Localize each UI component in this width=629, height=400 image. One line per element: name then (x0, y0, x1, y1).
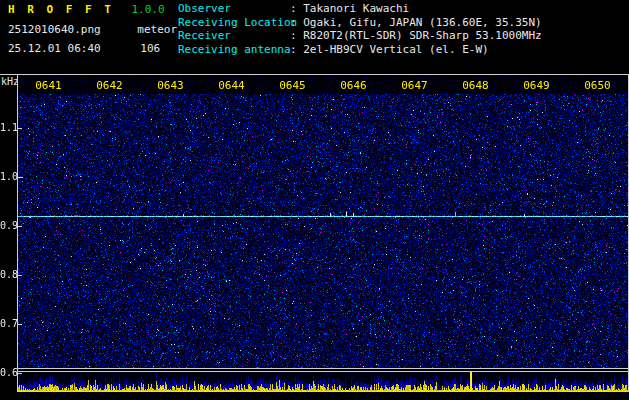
info-row-3: Receiving antenna: 2el-HB9CV Vertical (e… (178, 43, 542, 57)
info-row-1: Receiving Location: Ogaki, Gifu, JAPAN (… (178, 16, 542, 30)
freq-label-0.6: 0.6 (0, 367, 16, 378)
info-colon: : (290, 29, 303, 42)
info-colon: : (290, 16, 303, 29)
freq-label-1.1: 1.1 (0, 122, 16, 133)
freq-tick (18, 128, 22, 129)
info-value: R820T2(RTL-SDR) SDR-Sharp 53.1000MHz (303, 29, 541, 42)
echo-count: 106 (140, 42, 160, 55)
info-row-0: Observer: Takanori Kawachi (178, 2, 542, 16)
output-filename: 2512010640.png (8, 23, 101, 36)
mode-label: meteor (137, 23, 177, 36)
time-label-0649: 0649 (523, 79, 550, 92)
time-label-0646: 0646 (340, 79, 367, 92)
freq-tick (18, 226, 22, 227)
freq-label-0.8: 0.8 (0, 269, 16, 280)
freq-label-1.0: 1.0 (0, 171, 16, 182)
time-label-0645: 0645 (279, 79, 306, 92)
observation-datetime: 25.12.01 06:40 (8, 42, 101, 55)
time-label-0650: 0650 (584, 79, 611, 92)
info-value: 2el-HB9CV Vertical (el. E-W) (303, 43, 488, 56)
info-label: Receiver (178, 29, 290, 43)
freq-tick (18, 177, 22, 178)
info-label: Receiving Location (178, 16, 290, 30)
plot-bottom-border (17, 368, 629, 369)
freq-tick (18, 373, 22, 374)
datetime-row: 25.12.01 06:40 106 (8, 42, 160, 55)
info-value: Takanori Kawachi (303, 2, 409, 15)
info-value: Ogaki, Gifu, JAPAN (136.60E, 35.35N) (303, 16, 541, 29)
info-row-2: Receiver: R820T2(RTL-SDR) SDR-Sharp 53.1… (178, 29, 542, 43)
time-label-0643: 0643 (157, 79, 184, 92)
info-colon: : (290, 2, 303, 15)
title-row: H R O F F T 1.0.0 (8, 3, 165, 16)
info-label: Receiving antenna (178, 43, 290, 57)
time-label-0648: 0648 (462, 79, 489, 92)
app-title: H R O F F T (8, 3, 114, 16)
time-label-0642: 0642 (96, 79, 123, 92)
station-info: Observer: Takanori KawachiReceiving Loca… (178, 2, 542, 56)
signal-strip-box (17, 371, 629, 392)
file-row: 2512010640.png meteor (8, 23, 177, 36)
freq-label-0.9: 0.9 (0, 220, 16, 231)
freq-label-0.7: 0.7 (0, 318, 16, 329)
time-label-0647: 0647 (401, 79, 428, 92)
signal-strip-canvas (18, 372, 628, 391)
info-label: Observer (178, 2, 290, 16)
time-label-0644: 0644 (218, 79, 245, 92)
spectrogram-canvas (18, 75, 628, 368)
time-label-0641: 0641 (35, 79, 62, 92)
info-colon: : (290, 43, 303, 56)
freq-tick (18, 275, 22, 276)
hrofft-screen: H R O F F T 1.0.0 2512010640.png meteor … (0, 0, 629, 400)
freq-tick (18, 324, 22, 325)
app-version: 1.0.0 (131, 3, 164, 16)
